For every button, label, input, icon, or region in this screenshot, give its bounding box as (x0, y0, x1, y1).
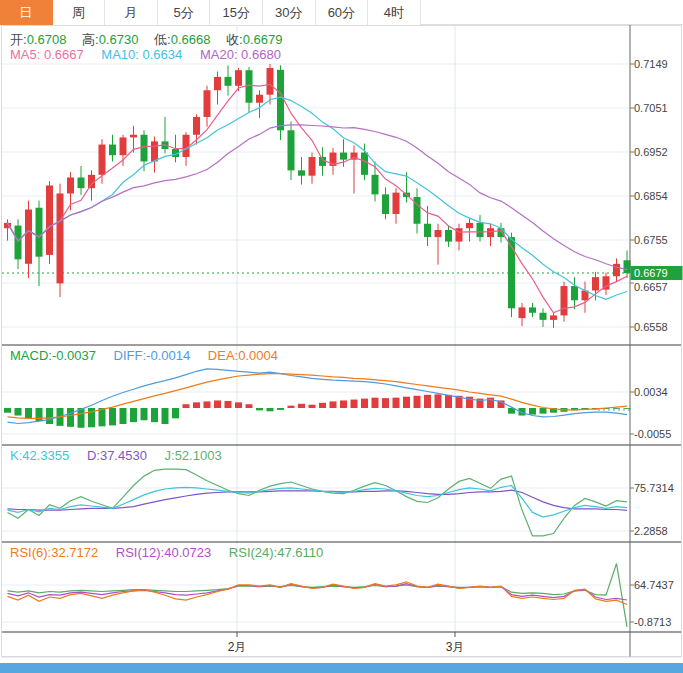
kdj-readout: K:42.3355 D:37.4530 J:52.1003 (10, 448, 222, 463)
j-line (8, 469, 628, 536)
panel-separators (2, 25, 681, 657)
low-value: 0.6668 (171, 32, 211, 47)
x-axis-label: 2月 (228, 640, 247, 654)
close-label: 收: (226, 32, 243, 47)
y-axis-label: 0.6558 (634, 321, 668, 333)
y-axis-label: 64.7437 (634, 579, 674, 591)
ma20-value: MA20: 0.6680 (200, 47, 281, 62)
y-axis-label: 75.7314 (634, 482, 674, 494)
ma-readout: MA5: 0.6667 MA10: 0.6634 MA20: 0.6680 (10, 47, 281, 62)
y-axis-label: 0.6755 (634, 234, 668, 246)
j-value: J:52.1003 (165, 448, 222, 463)
current-price-tag: 0.6679 (631, 266, 683, 280)
y-axis-label: 0.7051 (634, 102, 668, 114)
current-price-label: 0.6679 (634, 267, 668, 279)
y-axis-label: 2.2858 (634, 525, 668, 537)
y-axis-label: -0.0055 (634, 428, 671, 440)
bottom-bar (0, 663, 683, 673)
k-value: K:42.3355 (10, 448, 69, 463)
macd-histogram (4, 394, 631, 427)
diff-value: DIFF:-0.0014 (114, 348, 191, 363)
high-label: 高: (82, 32, 99, 47)
high-value: 0.6730 (99, 32, 139, 47)
chart-canvas[interactable]: 0.71490.70510.69520.68540.67550.66570.65… (0, 0, 683, 673)
dea-value: DEA:0.0004 (208, 348, 278, 363)
y-axis-label: 0.6657 (634, 281, 668, 293)
ma10-line (8, 97, 628, 299)
rsi-readout: RSI(6):32.7172 RSI(12):40.0723 RSI(24):4… (10, 545, 323, 560)
y-axis-label: -0.8713 (634, 616, 671, 628)
macd-readout: MACD:-0.0037 DIFF:-0.0014 DEA:0.0004 (10, 348, 278, 363)
close-value: 0.6679 (243, 32, 283, 47)
rsi24-value: RSI(24):47.6110 (229, 545, 323, 560)
open-label: 开: (10, 32, 27, 47)
y-axis-label: 0.7149 (634, 58, 668, 70)
y-axis-label: 0.6854 (634, 190, 668, 202)
rsi12-value: RSI(12):40.0723 (116, 545, 211, 560)
ma5-line (8, 84, 628, 312)
open-value: 0.6708 (27, 32, 67, 47)
ma10-value: MA10: 0.6634 (101, 47, 182, 62)
rsi6-value: RSI(6):32.7172 (10, 545, 98, 560)
y-axis-label: 0.6952 (634, 146, 668, 158)
trading-chart-app: 日 周 月 5分 15分 30分 60分 4时 0.71490.70510.69… (0, 0, 683, 673)
y-axis-label: 0.0034 (634, 386, 668, 398)
d-value: D:37.4530 (87, 448, 147, 463)
y-axis-main: 0.71490.70510.69520.68540.67550.66570.65… (630, 58, 668, 333)
macd-value: MACD:-0.0037 (10, 348, 96, 363)
x-axis-labels: 2月3月 (228, 632, 465, 654)
k-line (8, 486, 628, 518)
x-axis-label: 3月 (446, 640, 465, 654)
low-label: 低: (154, 32, 171, 47)
ma5-value: MA5: 0.6667 (10, 47, 84, 62)
y-axis-sub: 0.0034-0.005575.73142.285864.7437-0.8713 (630, 386, 674, 628)
